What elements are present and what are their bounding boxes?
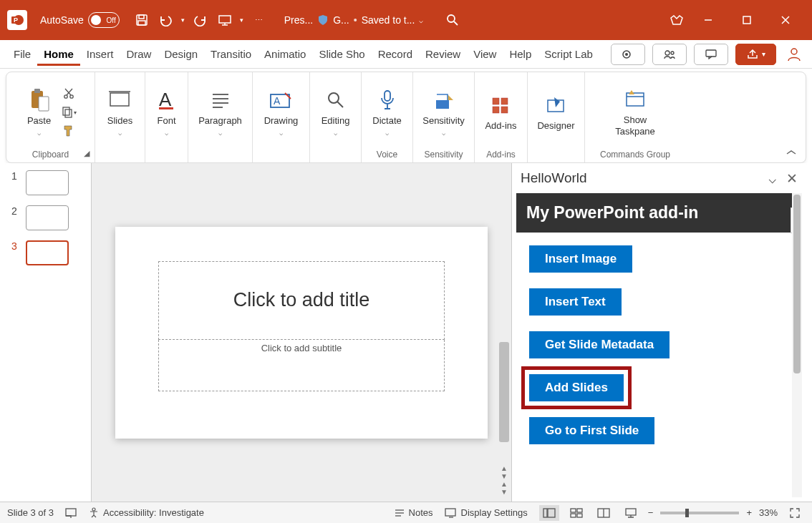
format-painter-button[interactable] (59, 123, 79, 139)
notes-button[interactable]: Notes (394, 507, 433, 518)
slide-sorter-view-button[interactable] (566, 505, 586, 521)
tab-insert[interactable]: Insert (80, 42, 120, 66)
svg-rect-21 (63, 107, 69, 115)
clipboard-launcher[interactable]: ◢ (84, 149, 90, 158)
slideshow-view-button[interactable] (621, 505, 641, 521)
title-placeholder[interactable]: Click to add title (158, 261, 445, 340)
subtitle-placeholder[interactable]: Click to add subtitle (158, 340, 445, 391)
svg-rect-54 (577, 514, 582, 517)
maximize-button[interactable] (728, 0, 766, 40)
tab-animations[interactable]: Animatio (258, 42, 312, 66)
sensitivity-shield-icon (317, 14, 329, 26)
powerpoint-app-icon: P (7, 10, 27, 30)
svg-rect-36 (493, 98, 499, 104)
share-button[interactable]: ▾ (735, 44, 776, 65)
slide-thumbnail-2[interactable]: 2 (11, 205, 85, 230)
addins-button[interactable]: Add-ins (480, 92, 521, 133)
camera-record-button[interactable] (611, 44, 645, 65)
taskpane-chevron-down-icon[interactable]: ⌵ (768, 170, 776, 187)
save-status-dropdown[interactable]: ⌵ (419, 16, 423, 24)
insert-text-button[interactable]: Insert Text (529, 288, 622, 316)
add-slides-button[interactable]: Add Slides (529, 374, 624, 401)
quick-access-customize[interactable]: ⋯ (247, 8, 271, 32)
drawing-button[interactable]: A Drawing⌵ (260, 87, 303, 138)
tab-draw[interactable]: Draw (120, 42, 158, 66)
tab-help[interactable]: Help (503, 42, 538, 66)
collapse-ribbon-button[interactable] (786, 150, 797, 157)
svg-rect-43 (66, 509, 76, 516)
ribbon-tabs: File Home Insert Draw Design Transitio A… (0, 40, 812, 69)
designer-button[interactable]: Designer (533, 92, 579, 133)
svg-point-13 (671, 52, 674, 54)
voice-group-label: Voice (377, 148, 397, 161)
svg-rect-37 (501, 98, 508, 104)
copy-button[interactable]: ▾ (59, 104, 79, 120)
paragraph-button[interactable]: Paragraph⌵ (194, 87, 246, 138)
slide-thumbnail-1[interactable]: 1 (11, 170, 85, 195)
autosave-toggle[interactable]: AutoSave Off (40, 12, 120, 28)
get-slide-metadata-button[interactable]: Get Slide Metadata (529, 331, 670, 358)
editing-button[interactable]: Editing⌵ (317, 87, 354, 138)
display-settings-button[interactable]: Display Settings (445, 507, 528, 518)
svg-rect-4 (139, 15, 144, 19)
svg-rect-18 (39, 97, 49, 111)
svg-point-20 (69, 95, 72, 98)
paste-button[interactable]: Paste ⌵ (23, 87, 56, 138)
editor-vertical-scrollbar[interactable] (498, 163, 510, 502)
redo-button[interactable] (188, 8, 213, 32)
accessibility-check[interactable]: Accessibility: Investigate (88, 507, 204, 519)
zoom-out-button[interactable]: − (648, 507, 654, 518)
premium-icon[interactable] (664, 8, 689, 32)
comments-button[interactable] (694, 44, 728, 65)
undo-button[interactable] (154, 8, 178, 32)
present-from-beginning-button[interactable] (213, 8, 237, 32)
zoom-slider[interactable] (660, 512, 739, 514)
ribbon: Paste ⌵ ▾ Clipboard ◢ Slides⌵ A Font⌵ Pa… (6, 72, 806, 163)
svg-point-44 (92, 508, 95, 511)
tab-scriptlab[interactable]: Script Lab (538, 42, 599, 66)
save-button[interactable] (130, 8, 154, 32)
font-button[interactable]: A Font⌵ (150, 87, 183, 138)
notes-indicator-icon[interactable] (65, 508, 77, 518)
undo-dropdown[interactable]: ▾ (178, 8, 188, 32)
slide-thumbnail-3[interactable]: 3 (11, 240, 85, 265)
slide-canvas[interactable]: Click to add title Click to add subtitle (115, 227, 488, 439)
zoom-in-button[interactable]: + (746, 507, 752, 518)
account-button[interactable] (783, 47, 805, 62)
teams-button[interactable] (652, 44, 687, 65)
close-window-button[interactable] (766, 0, 805, 40)
tab-slideshow[interactable]: Slide Sho (312, 42, 371, 66)
reading-view-button[interactable] (594, 505, 614, 521)
tab-home[interactable]: Home (37, 42, 80, 66)
zoom-percent[interactable]: 33% (759, 507, 778, 518)
save-status[interactable]: Saved to t... (362, 14, 415, 26)
tab-record[interactable]: Record (372, 42, 419, 66)
slide-nav-arrows[interactable]: ▲▼▲▼ (498, 464, 510, 496)
tab-transitions[interactable]: Transitio (204, 42, 258, 66)
tab-view[interactable]: View (467, 42, 503, 66)
cut-button[interactable] (59, 86, 79, 102)
slide-count[interactable]: Slide 3 of 3 (7, 507, 54, 518)
svg-rect-14 (706, 50, 716, 57)
svg-rect-53 (571, 514, 576, 517)
taskpane: HelloWorld ⌵ ✕ My PowerPoint add-in Inse… (511, 163, 806, 502)
insert-image-button[interactable]: Insert Image (529, 245, 632, 273)
dictate-button[interactable]: Dictate⌵ (368, 87, 405, 138)
sensitivity-button[interactable]: Sensitivity⌵ (418, 87, 469, 138)
taskpane-close-icon[interactable]: ✕ (786, 170, 798, 187)
go-to-first-slide-button[interactable]: Go to First Slide (529, 417, 654, 444)
present-dropdown[interactable]: ▾ (237, 8, 247, 32)
minimize-button[interactable] (689, 0, 728, 40)
search-button[interactable] (440, 8, 465, 32)
slides-button[interactable]: Slides⌵ (103, 87, 137, 138)
taskpane-scrollbar[interactable] (792, 193, 802, 497)
slide-thumbnail-panel: 1 2 3 (6, 163, 92, 502)
tab-design[interactable]: Design (158, 42, 204, 66)
sensitivity-label[interactable]: G... (333, 14, 349, 26)
show-taskpane-button[interactable]: Show Taskpane (611, 86, 659, 138)
normal-view-button[interactable] (539, 505, 559, 521)
tab-review[interactable]: Review (419, 42, 467, 66)
document-name[interactable]: Pres... (284, 14, 313, 26)
tab-file[interactable]: File (7, 42, 37, 66)
fit-to-window-button[interactable] (785, 505, 805, 521)
